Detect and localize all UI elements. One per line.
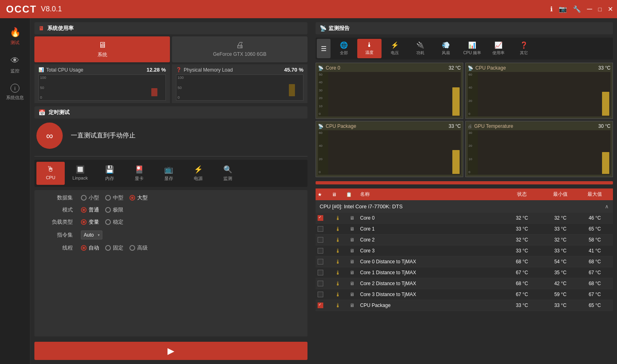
row2-min: 32 °C	[544, 237, 577, 243]
row0-min: 32 °C	[544, 215, 577, 221]
monitor-nav-temperature[interactable]: 🌡 温度	[357, 39, 382, 58]
test-tab-power[interactable]: ⚡ 电源	[184, 162, 212, 185]
row8-checkbox[interactable]	[318, 303, 323, 308]
row3-max: 41 °C	[579, 248, 611, 254]
row6-checkbox[interactable]	[318, 281, 323, 286]
mode-normal[interactable]: 普通	[81, 206, 99, 214]
monitor-nav-voltage[interactable]: ⚡ 电压	[383, 39, 407, 58]
loadtype-stable-dot	[105, 219, 111, 225]
monitor-nav-power[interactable]: 🔌 功耗	[408, 39, 433, 58]
row7-monitor-icon: 🖥	[346, 292, 358, 297]
threads-fixed[interactable]: 固定	[105, 244, 123, 252]
loadtype-variable[interactable]: 变量	[81, 218, 99, 226]
row0-checkbox[interactable]	[318, 215, 323, 221]
y20: 20	[469, 99, 477, 103]
threads-auto[interactable]: 自动	[81, 244, 99, 252]
row2-checkbox[interactable]	[318, 237, 323, 243]
threads-fixed-dot	[105, 245, 111, 251]
memory-tab-label: 内存	[105, 176, 114, 182]
threads-advanced[interactable]: 高级	[129, 244, 148, 252]
cpu-options: 数据集 小型 中型 大型	[34, 190, 307, 336]
row5-checkbox[interactable]	[318, 270, 323, 275]
row6-monitor-icon: 🖥	[346, 281, 358, 286]
calendar-icon: 📅	[38, 109, 45, 116]
test-tab-linpack[interactable]: 🔲 Linpack	[66, 162, 94, 185]
table-row: 🌡 🖥 Core 2 Distance to TjMAX 68 °C 42 °C…	[316, 278, 613, 289]
dataset-medium-dot	[105, 195, 111, 201]
table-row: 🌡 🖥 Core 0 32 °C 32 °C 46 °C	[316, 213, 613, 224]
power-label: 功耗	[416, 50, 424, 56]
dataset-large-label: 大型	[137, 194, 148, 201]
tab-system[interactable]: 🖥 系统	[34, 36, 170, 62]
row0-temp-icon: 🌡	[332, 215, 344, 221]
wrench-icon[interactable]: 🔧	[573, 5, 581, 13]
loadtype-label: 负载类型	[40, 218, 73, 226]
instruction-row: 指令集 Auto	[40, 231, 301, 239]
row3-checkbox[interactable]	[318, 248, 323, 254]
row7-name: Core 3 Distance to TjMAX	[360, 292, 500, 297]
row8-min: 33 °C	[544, 303, 577, 308]
core0-y-labels: 50 40 30 20 10 0	[318, 72, 328, 116]
group-title: CPU [#0]: Intel Core i7-7700K: DTS	[320, 203, 403, 210]
test-tab-memory[interactable]: 💾 内存	[95, 162, 124, 185]
test-tab-gpu[interactable]: 🎴 显卡	[125, 162, 153, 185]
cpu-tab-label: CPU	[46, 175, 55, 180]
close-icon[interactable]: ✕	[608, 5, 613, 13]
y60: 60	[319, 131, 327, 135]
sidebar-item-sysinfo[interactable]: i 系统信息	[0, 79, 30, 106]
cpupkg-icon: 📡	[468, 66, 473, 71]
core0-bar	[452, 87, 460, 116]
camera-icon[interactable]: 📷	[559, 5, 567, 13]
vram-tab-icon: 📺	[164, 165, 173, 174]
sidebar-item-test[interactable]: 🔥 测试	[0, 22, 30, 51]
timer-test-section: 📅 定时测试 ∞ 一直测试直到手动停止	[34, 106, 307, 153]
dataset-medium[interactable]: 中型	[105, 194, 123, 201]
chart-scrollbar[interactable]	[316, 181, 613, 184]
monitor-nav-usage[interactable]: 📈 使用率	[486, 39, 511, 58]
threads-label: 线程	[40, 244, 73, 252]
test-tab-monitor2[interactable]: 🔍 监测	[214, 162, 242, 185]
monitor-table: ★ 🖥 📋 名称 状态 最小值 最大值 CPU [#0]: Intel Core…	[316, 188, 613, 360]
y-0: 0	[178, 95, 187, 99]
sidebar-item-monitor[interactable]: 👁 监控	[0, 51, 30, 79]
threads-advanced-dot	[129, 245, 135, 251]
monitor-nav-fan[interactable]: 💨 风扇	[434, 39, 458, 58]
row7-checkbox[interactable]	[318, 292, 323, 297]
row5-status: 67 °C	[502, 270, 542, 275]
dataset-small[interactable]: 小型	[81, 194, 99, 201]
chart-core0-body: 50 40 30 20 10 0	[318, 72, 461, 116]
mode-normal-label: 普通	[89, 206, 99, 214]
test-tabs: 🖱 CPU 🔲 Linpack 💾 内存 🎴 显卡 📺 显存 ⚡ 电源	[34, 160, 307, 187]
logo-text: OCCT	[6, 4, 37, 15]
info-icon[interactable]: ℹ	[550, 5, 553, 13]
th-status: 状态	[502, 191, 542, 198]
charts-grid: 📡 Core 0 32 °C 50 40 30 20 10 0	[316, 63, 613, 177]
row2-status: 32 °C	[502, 237, 542, 243]
monitor-nav-all[interactable]: 🌐 全部	[332, 39, 356, 58]
mode-extreme[interactable]: 极限	[105, 206, 123, 214]
maximize-icon[interactable]: □	[598, 6, 602, 13]
monitor-nav-cpufreq[interactable]: 📊 CPU 频率	[459, 39, 485, 58]
gpu-tab-label: GeForce GTX 1060 6GB	[213, 51, 266, 57]
linpack-tab-label: Linpack	[72, 176, 88, 180]
group-collapse-icon[interactable]: ∧	[605, 203, 609, 210]
row0-max: 46 °C	[579, 215, 611, 221]
minimize-icon[interactable]: ─	[587, 5, 592, 13]
monitor-nav-other[interactable]: ❓ 其它	[512, 39, 536, 58]
test-tab-cpu[interactable]: 🖱 CPU	[36, 162, 65, 185]
monitor-icon: 🖥	[38, 25, 44, 32]
y40: 40	[319, 80, 327, 84]
row4-checkbox[interactable]	[318, 259, 323, 265]
tab-gpu[interactable]: 🖨 GeForce GTX 1060 6GB	[172, 36, 307, 62]
threads-auto-dot	[81, 245, 87, 251]
start-button[interactable]: ▶	[34, 342, 307, 360]
monitor-nav-menu[interactable]: ☰	[317, 39, 331, 58]
dataset-large[interactable]: 大型	[129, 194, 148, 201]
mem-chart-bar	[289, 84, 295, 96]
row7-max: 67 °C	[579, 292, 611, 297]
test-tab-vram[interactable]: 📺 显存	[155, 162, 183, 185]
loadtype-stable[interactable]: 稳定	[105, 218, 123, 226]
row1-checkbox[interactable]	[318, 226, 323, 232]
row6-min: 42 °C	[544, 281, 577, 286]
instruction-select[interactable]: Auto	[81, 231, 102, 239]
